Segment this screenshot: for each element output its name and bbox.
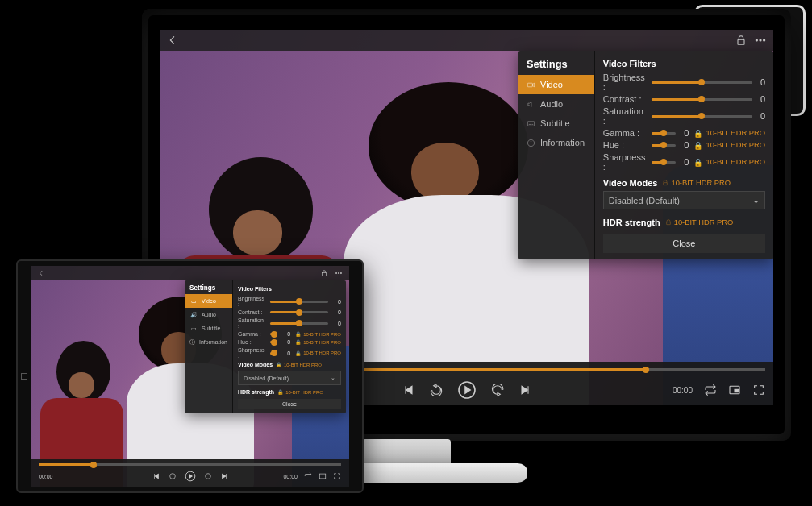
rewind-button[interactable] xyxy=(430,384,443,396)
back-button[interactable] xyxy=(37,269,45,277)
svg-point-19 xyxy=(531,141,531,142)
filter-value: 0 xyxy=(681,128,689,138)
progress-thumb[interactable] xyxy=(90,462,97,468)
progress-thumb[interactable] xyxy=(643,367,649,373)
tab-audio[interactable]: 🔊Audio xyxy=(185,308,232,321)
settings-title: Settings xyxy=(518,51,594,75)
filter-slider[interactable] xyxy=(652,132,677,135)
filter-value: 0 xyxy=(757,94,765,104)
filter-slider[interactable] xyxy=(652,144,677,147)
progress-fill xyxy=(39,463,94,466)
settings-panel: Settings ▭Video 🔊Audio ▭Subtitle ⓘInform… xyxy=(185,280,346,413)
filter-row: Gamma :0🔒10-BIT HDR PRO xyxy=(603,128,765,138)
hdr-strength-heading: HDR strength xyxy=(603,218,660,227)
fullscreen-button[interactable] xyxy=(752,384,765,396)
svg-rect-14 xyxy=(527,121,534,126)
svg-point-10 xyxy=(756,39,757,41)
pip-button[interactable] xyxy=(319,472,327,480)
time-total: 00:00 xyxy=(673,386,693,395)
pro-badge: 🔒10-BIT HDR PRO xyxy=(276,362,322,367)
prev-button[interactable] xyxy=(402,384,415,396)
svg-rect-9 xyxy=(738,39,744,44)
filter-slider[interactable] xyxy=(652,115,752,118)
pro-badge: 🔒10-BIT HDR PRO xyxy=(295,339,341,345)
filter-value: 0 xyxy=(757,111,765,121)
svg-rect-27 xyxy=(323,273,327,276)
tab-video[interactable]: Video xyxy=(518,75,594,94)
progress-track[interactable] xyxy=(39,463,341,466)
filter-row: Contrast :0 xyxy=(238,309,341,315)
svg-point-34 xyxy=(205,474,210,479)
svg-rect-21 xyxy=(666,222,670,225)
tab-video[interactable]: ▭Video xyxy=(185,294,232,308)
back-button[interactable] xyxy=(166,34,179,47)
filter-value: 0 xyxy=(333,299,341,305)
filter-slider[interactable] xyxy=(652,98,752,101)
filter-slider[interactable] xyxy=(270,341,277,343)
filter-label: Sharpness : xyxy=(603,152,647,172)
filter-slider[interactable] xyxy=(270,311,328,313)
pro-badge: 🔒10-BIT HDR PRO xyxy=(295,350,341,356)
rewind-button[interactable] xyxy=(169,472,177,480)
filter-rows: Brightness :0Contrast :0Saturation :0Gam… xyxy=(238,296,341,359)
time-current: 00:00 xyxy=(39,474,53,479)
settings-sidebar: Settings ▭Video 🔊Audio ▭Subtitle ⓘInform… xyxy=(185,280,233,413)
svg-rect-20 xyxy=(664,183,668,185)
lock-icon[interactable] xyxy=(735,34,747,47)
pro-badge: 🔒10-BIT HDR PRO xyxy=(693,141,765,150)
video-modes-heading: Video Modes xyxy=(603,178,658,188)
tab-information[interactable]: ⓘInformation xyxy=(185,335,232,349)
repeat-button[interactable] xyxy=(304,472,312,480)
filter-slider[interactable] xyxy=(270,333,277,335)
filter-row: Saturation :0 xyxy=(238,317,341,329)
repeat-button[interactable] xyxy=(704,384,717,396)
filter-slider[interactable] xyxy=(270,322,328,325)
filter-slider[interactable] xyxy=(270,301,328,303)
tab-information[interactable]: Information xyxy=(518,133,594,152)
hdr-strength-heading: HDR strength xyxy=(238,389,274,395)
tab-audio[interactable]: Audio xyxy=(518,94,594,114)
filter-slider[interactable] xyxy=(652,81,752,84)
tab-subtitle[interactable]: ▭Subtitle xyxy=(185,321,232,335)
close-button[interactable]: Close xyxy=(238,399,341,409)
fullscreen-button[interactable] xyxy=(333,472,341,480)
close-button[interactable]: Close xyxy=(603,234,765,253)
forward-button[interactable] xyxy=(491,384,504,396)
svg-point-30 xyxy=(340,272,341,273)
next-button[interactable] xyxy=(220,472,228,480)
more-button[interactable] xyxy=(754,34,767,47)
chevron-down-icon: ⌄ xyxy=(752,195,760,205)
forward-button[interactable] xyxy=(204,472,212,480)
filter-label: Contrast : xyxy=(238,309,265,315)
filter-value: 0 xyxy=(681,140,689,150)
video-modes-dropdown[interactable]: Disabled (Default)⌄ xyxy=(603,191,765,209)
more-button[interactable] xyxy=(335,269,343,277)
filter-slider[interactable] xyxy=(270,352,277,355)
filter-label: Gamma : xyxy=(238,331,265,337)
filter-row: Hue :0🔒10-BIT HDR PRO xyxy=(603,140,765,150)
filter-value: 0 xyxy=(333,321,341,326)
video-player-app-tablet: Settings ▭Video 🔊Audio ▭Subtitle ⓘInform… xyxy=(31,266,349,487)
tab-subtitle[interactable]: Subtitle xyxy=(518,114,594,133)
info-icon: ⓘ xyxy=(189,338,196,346)
settings-title: Settings xyxy=(185,280,232,294)
filter-value: 0 xyxy=(757,77,765,87)
filter-row: Hue :0🔒10-BIT HDR PRO xyxy=(238,339,341,345)
next-button[interactable] xyxy=(518,384,531,396)
play-button[interactable] xyxy=(185,471,196,482)
top-bar xyxy=(160,30,773,51)
prev-button[interactable] xyxy=(152,472,160,480)
tablet-screen: Settings ▭Video 🔊Audio ▭Subtitle ⓘInform… xyxy=(31,266,349,487)
player-bar: 00:00 00:00 xyxy=(31,459,349,487)
play-button[interactable] xyxy=(457,380,477,400)
pro-badge: 🔒10-BIT HDR PRO xyxy=(693,129,765,138)
time-total: 00:00 xyxy=(283,474,298,479)
filter-label: Brightness : xyxy=(238,296,265,307)
tablet-windows-button[interactable] xyxy=(21,373,27,380)
svg-rect-13 xyxy=(527,83,532,87)
pip-button[interactable] xyxy=(728,384,741,396)
video-modes-dropdown[interactable]: Disabled (Default)⌄ xyxy=(238,371,341,385)
lock-icon[interactable] xyxy=(320,269,328,277)
filter-slider[interactable] xyxy=(652,161,677,164)
subtitle-icon: ▭ xyxy=(189,324,198,333)
